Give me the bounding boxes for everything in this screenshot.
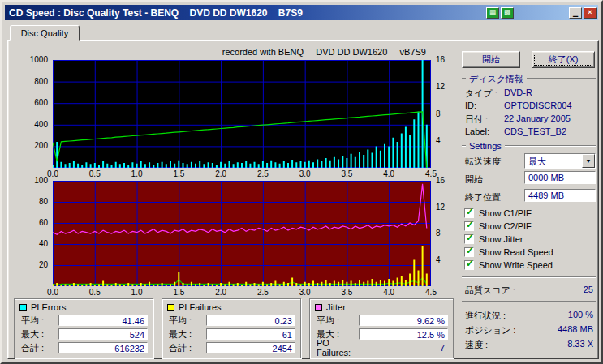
axis-tick-label: 1000: [30, 55, 48, 64]
disc-id-label: ID:: [465, 101, 476, 110]
axis-tick-label: 0.5: [89, 169, 101, 178]
end-position-field[interactable]: 4489 MB: [524, 189, 596, 202]
jitter-chart: [53, 181, 431, 286]
titlebar[interactable]: CD Speed : Disc Quality Test - BENQ DVD …: [5, 5, 598, 20]
end-position-label: 終了位置: [465, 191, 501, 203]
axis-tick-label: 0.5: [89, 288, 101, 297]
axis-tick-label: 400: [34, 120, 48, 129]
legend-row: 平均 : 41.46: [15, 313, 153, 327]
axis-tick-label: 200: [34, 141, 48, 150]
checkbox-label: Show C1/PIE: [479, 208, 532, 218]
pi-chart-x-axis: 0.00.51.01.52.02.53.03.54.04.5: [53, 169, 431, 178]
axis-tick-label: 4.0: [383, 169, 394, 178]
axis-tick-label: 16: [436, 176, 445, 185]
section-title-text: ディスク情報: [469, 73, 523, 85]
checkbox-label: Show Jitter: [479, 234, 523, 244]
start-position-label: 開始: [465, 173, 483, 186]
axis-tick-label: 60: [39, 218, 48, 227]
titlebar-tool-button-1[interactable]: ▦: [486, 7, 499, 19]
checkbox-box[interactable]: ✓: [464, 247, 474, 257]
jitter-chart-right-axis: 161284: [433, 181, 457, 286]
chart-recording-header: recorded with BENQ DVD DD DW1620 vB7S9: [53, 47, 431, 58]
axis-tick-label: 1.0: [131, 288, 143, 297]
axis-tick-label: 1.5: [173, 288, 184, 297]
quality-score-value: 25: [584, 285, 593, 294]
quality-score-label: 品質スコア :: [465, 285, 515, 297]
stat-value: 0.23: [206, 315, 295, 326]
jitter-chart-x-axis: 0.00.51.01.52.02.53.03.54.04.5: [53, 287, 431, 297]
pi-chart-left-axis: 1000800600400200: [8, 60, 50, 168]
close-button[interactable]: ×: [584, 7, 597, 19]
axis-tick-label: 1.0: [131, 169, 143, 178]
axis-tick-label: 3.0: [299, 169, 311, 178]
exit-button[interactable]: 終了(X): [532, 51, 595, 68]
checkbox-box[interactable]: ✓: [464, 260, 474, 270]
disc-label-label: Label:: [465, 126, 489, 136]
stat-label: 合計 :: [21, 342, 44, 354]
tab-label: Disc Quality: [21, 28, 69, 38]
axis-tick-label: 12: [436, 82, 445, 91]
checkbox-show-write-speed[interactable]: ✓ Show Write Speed: [464, 259, 553, 271]
checkbox-show-c2-pif[interactable]: ✓ Show C2/PIF: [464, 221, 532, 232]
stat-label: 最大 :: [169, 328, 192, 340]
minimize-button[interactable]: ▁: [569, 7, 582, 19]
transfer-rate-label: 転送速度: [465, 156, 501, 168]
check-icon: ✓: [466, 245, 474, 256]
pi-errors-swatch: [19, 304, 27, 311]
chevron-down-icon: ▼: [586, 158, 592, 164]
stat-value: 9.62 %: [359, 315, 448, 326]
legend-row: 合計 : 2454: [162, 340, 300, 354]
separator: [462, 276, 596, 278]
axis-tick-label: 4.5: [425, 288, 437, 297]
axis-tick-label: 16: [436, 55, 445, 64]
checkbox-box[interactable]: ✓: [464, 208, 474, 218]
checkbox-show-read-speed[interactable]: ✓ Show Read Speed: [464, 246, 553, 258]
speed-value: 8.33 X: [567, 339, 593, 349]
legend-title-text: PI Errors: [31, 302, 66, 312]
stat-label: 合計 :: [169, 342, 192, 354]
progress-value: 100 %: [568, 310, 593, 319]
legend-title-text: PI Failures: [179, 302, 222, 312]
combo-dropdown-button[interactable]: ▼: [582, 154, 595, 168]
axis-tick-label: 1.5: [173, 169, 184, 178]
window-title: CD Speed : Disc Quality Test - BENQ DVD …: [9, 7, 485, 19]
axis-tick-label: 600: [34, 98, 48, 107]
axis-tick-label: 2.5: [257, 169, 269, 178]
stat-value: 2454: [206, 342, 295, 353]
section-title-text: Settings: [469, 141, 502, 151]
axis-tick-label: 8: [436, 229, 441, 238]
start-position-field[interactable]: 0000 MB: [524, 171, 596, 184]
settings-section-title: Settings: [462, 141, 596, 151]
legend-title-text: Jitter: [326, 302, 346, 312]
titlebar-tool-button-2[interactable]: ▩: [501, 7, 514, 19]
position-value: 4488 MB: [558, 324, 593, 334]
axis-tick-label: 0.0: [47, 169, 58, 178]
jitter-legend-title: Jitter: [310, 302, 453, 313]
stat-value: 616232: [58, 342, 148, 353]
tab-disc-quality[interactable]: Disc Quality: [10, 25, 80, 41]
minimize-icon: ▁: [573, 10, 578, 17]
checkbox-show-c1-pie[interactable]: ✓ Show C1/PIE: [464, 208, 532, 219]
transfer-rate-select[interactable]: 最大 ▼: [524, 153, 596, 169]
stat-value: 41.46: [58, 315, 148, 326]
axis-tick-label: 12: [436, 203, 445, 212]
stat-value: 12.5 %: [359, 328, 448, 340]
axis-tick-label: 2.0: [215, 169, 226, 178]
axis-tick-label: 80: [39, 197, 48, 206]
axis-tick-label: 4.5: [425, 169, 437, 178]
start-button[interactable]: 開始: [462, 51, 520, 68]
stat-value: 7: [364, 343, 448, 353]
check-icon: ✓: [466, 258, 474, 269]
pi-chart-right-axis: 161284: [433, 60, 457, 168]
axis-tick-label: 8: [436, 109, 441, 118]
jitter-chart-left-axis: 10080604020: [8, 181, 50, 286]
checkbox-box[interactable]: ✓: [464, 221, 474, 231]
checkbox-box[interactable]: ✓: [464, 234, 474, 244]
axis-tick-label: 4: [436, 255, 441, 264]
checkbox-label: Show Write Speed: [479, 260, 553, 270]
axis-tick-label: 2.0: [215, 288, 226, 297]
checkbox-show-jitter[interactable]: ✓ Show Jitter: [464, 233, 523, 245]
axis-tick-label: 2.5: [257, 288, 269, 297]
disc-type-label: タイプ :: [465, 88, 497, 100]
disc-info-section-title: ディスク情報: [462, 74, 596, 84]
